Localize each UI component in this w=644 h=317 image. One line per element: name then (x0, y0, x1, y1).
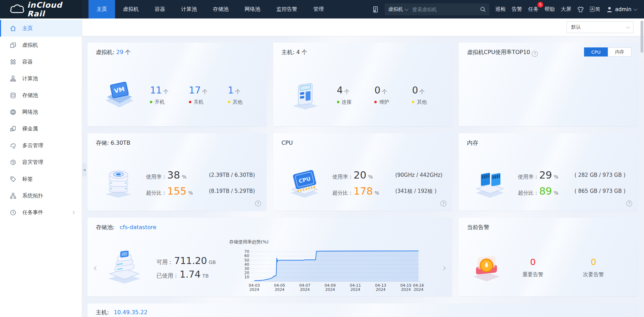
cpu-usage-card: CPU CPU 使用率 :20% (90GHz (273, 133, 452, 211)
sidebar-item-tags[interactable]: 标签 (0, 171, 82, 187)
cpu-card-body: CPU 使用率 :20% (90GHz / 442GHz) 超分比 :178% … (273, 156, 452, 211)
user-menu[interactable]: admin (606, 6, 636, 13)
sidebar-item-compute-pool[interactable]: 计算池 (0, 70, 82, 87)
sidebar-item-topology[interactable]: 系统拓扑 (0, 187, 82, 204)
unit-label: 个 (344, 89, 350, 95)
storage-trend-chart: 存储使用率趋势(%) 1020304050607004-03202404-052… (229, 239, 435, 292)
sidebar-item-bare-metal[interactable]: 裸金属 (0, 120, 82, 137)
vm-count: 29 (116, 49, 123, 55)
memory-illustration-icon (474, 168, 506, 198)
view-select[interactable]: 默认 (567, 21, 634, 33)
pool-card-title: 存储池: cfs-datastore (96, 224, 156, 231)
cpu-usage-detail: (90GHz / 442GHz) (395, 172, 443, 178)
vm-illustration-icon: VM (103, 80, 136, 110)
language-switch[interactable]: A 简 (590, 6, 600, 13)
percent-sign: % (182, 174, 186, 180)
vm-summary-card: 虚拟机: 29 个 VM (87, 43, 267, 126)
toggle-memory-button[interactable]: 内存 (608, 47, 631, 56)
sidebar-item-network-pool[interactable]: 网络池 (0, 104, 82, 120)
storage-overcommit-value: 155 (167, 185, 186, 197)
task-link[interactable]: 任务 5 (528, 6, 538, 13)
svg-text:04-07: 04-07 (299, 283, 310, 288)
alarm-link[interactable]: 告警 (512, 6, 522, 13)
help-link[interactable]: 帮助 (544, 6, 555, 13)
search-input[interactable] (412, 7, 480, 12)
hostrow-title-label: 主机: (96, 309, 109, 316)
toggle-cpu-button[interactable]: CPU (584, 47, 608, 56)
sidebar-item-container[interactable]: 容器 (0, 53, 82, 70)
language-letter: A (590, 7, 595, 12)
storage-pool-icon (10, 92, 16, 99)
svg-text:04-11: 04-11 (350, 283, 361, 288)
sidebar-item-storage-pool[interactable]: 存储池 (0, 87, 82, 104)
help-icon[interactable]: ? (532, 51, 538, 57)
help-icon[interactable]: ? (626, 201, 632, 206)
storage-usage-value: 38 (167, 169, 180, 181)
menu-admin[interactable]: 管理 (305, 0, 332, 18)
percent-sign: % (375, 190, 379, 196)
menu-monitor-alarm[interactable]: 监控告警 (268, 0, 305, 18)
storage-usage-table: 使用率 :38% (2.39TB / 6.30TB) 超分比 :155% (8.… (146, 169, 255, 197)
svg-text:20: 20 (245, 271, 250, 275)
chevron-down-icon (405, 7, 408, 10)
sidebar-item-disaster-recovery[interactable]: 容灾管理 (0, 154, 82, 171)
compute-pool-icon (10, 75, 16, 82)
sidebar-item-label: 容器 (22, 59, 33, 65)
vm-stopped-count: 17 (189, 85, 201, 96)
menu-container[interactable]: 容器 (147, 0, 173, 18)
svg-text:60: 60 (245, 254, 250, 258)
overcommit-label: 超分比 : (146, 190, 165, 196)
top10-card-title: 虚拟机CPU使用率TOP10 ? (467, 49, 538, 57)
menu-storage-pool[interactable]: 存储池 (205, 0, 237, 18)
sidebar-item-vm[interactable]: 虚拟机 (0, 37, 82, 53)
storage-overcommit-detail: (8.19TB / 5.29TB) (209, 188, 255, 194)
chevron-down-icon (634, 7, 637, 10)
inspect-link[interactable]: 巡检 (495, 6, 506, 13)
svg-text:10: 10 (245, 275, 250, 279)
host-count-unit: 个 (301, 49, 307, 55)
major-alert-count: 0 (522, 257, 543, 267)
search-category-select[interactable]: 虚拟机 (388, 6, 407, 13)
report-icon[interactable] (372, 6, 379, 13)
menu-compute-pool[interactable]: 计算池 (173, 0, 205, 18)
main-content: 默认 虚拟机: 29 个 (82, 18, 644, 317)
scrollbar-thumb[interactable] (641, 21, 643, 53)
chart-title: 存储使用率趋势(%) (229, 239, 435, 245)
vm-other-count: 1 (228, 85, 234, 96)
carousel-prev-arrow[interactable]: ‹ (87, 262, 103, 274)
svg-text:04-13: 04-13 (375, 283, 386, 288)
host-ip-link[interactable]: 10.49.35.22 (114, 309, 147, 316)
vm-cpu-top10-card: 虚拟机CPU使用率TOP10 ? CPU 内存 (459, 43, 638, 126)
disaster-recovery-icon (10, 159, 16, 166)
bigscreen-link[interactable]: 大屏 (561, 6, 571, 13)
carousel-next-arrow[interactable]: › (437, 262, 452, 274)
overcommit-label: 超分比 : (332, 190, 352, 196)
theme-skin-icon[interactable] (577, 6, 584, 13)
pool-name-link[interactable]: cfs-datastore (120, 224, 156, 231)
username: admin (615, 6, 631, 13)
alert-illustration-icon (470, 251, 503, 284)
sidebar-item-multicloud[interactable]: 多云管理 (0, 137, 82, 154)
home-icon (10, 25, 16, 32)
vm-stat-stopped: 17个 关机 (189, 85, 207, 105)
menu-vm[interactable]: 虚拟机 (115, 0, 147, 18)
cpu-overcommit-value: 178 (353, 185, 373, 197)
storage-usage-detail: (2.39TB / 6.30TB) (209, 172, 255, 178)
sidebar-collapse-handle[interactable]: ◀ (82, 163, 86, 176)
menu-home[interactable]: 主页 (89, 0, 115, 18)
cpu-illustration-icon: CPU (289, 168, 321, 198)
logo[interactable]: inCloud Rail (0, 0, 82, 18)
host-stat-other: 0个 其他 (412, 85, 427, 105)
major-alert-label: 重要告警 (522, 271, 543, 278)
svg-text:2024: 2024 (275, 287, 285, 292)
help-icon[interactable]: ? (255, 201, 261, 206)
vm-icon (10, 42, 16, 48)
menu-network-pool[interactable]: 网络池 (237, 0, 268, 18)
chevron-down-icon (626, 25, 630, 29)
storage-trend-plot: 1020304050607004-03202404-05202404-07202… (229, 246, 435, 292)
sidebar-item-home[interactable]: 主页 (0, 20, 82, 37)
user-icon (606, 6, 613, 13)
search-icon[interactable] (480, 6, 486, 12)
task-events-icon (10, 209, 16, 216)
sidebar-item-task-events[interactable]: 任务事件 (0, 204, 82, 221)
